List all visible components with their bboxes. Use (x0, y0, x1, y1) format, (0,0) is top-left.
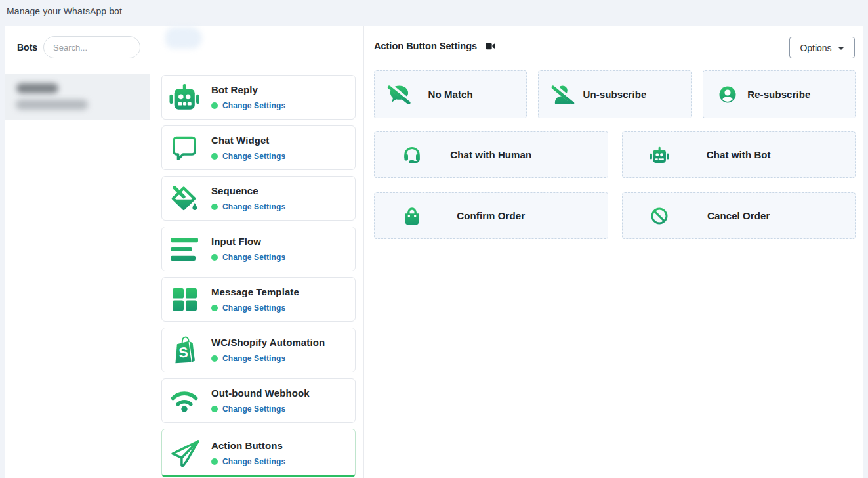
module-card-text: Chat Widget Change Settings (211, 135, 285, 161)
change-settings-link[interactable]: Change Settings (222, 202, 285, 211)
video-camera-icon[interactable] (486, 42, 495, 50)
action-card-confirm-order[interactable]: Confirm Order (374, 192, 608, 239)
action-row: Chat with Human Chat with Bot (374, 131, 856, 178)
align-bars-icon (168, 227, 201, 271)
modules-list: Bot Reply Change Settings Chat Widget Ch… (161, 75, 356, 478)
action-card-label: Chat with Human (375, 132, 608, 177)
status-dot-icon (211, 204, 218, 210)
module-card-text: WC/Shopify Automation Change Settings (211, 337, 325, 363)
chevron-down-icon (838, 47, 844, 50)
options-button[interactable]: Options (789, 37, 855, 58)
module-title: WC/Shopify Automation (211, 337, 325, 348)
module-card-text: Action Buttons Change Settings (211, 440, 285, 466)
redacted-bot-phone (16, 100, 88, 110)
bots-search-input[interactable] (43, 36, 140, 58)
action-card-un-subscribe[interactable]: Un-subscribe (538, 70, 691, 118)
modules-column: Bot Reply Change Settings Chat Widget Ch… (151, 26, 364, 478)
change-settings-link[interactable]: Change Settings (222, 303, 285, 313)
settings-header: Action Button Settings Options (365, 26, 863, 70)
module-card-text: Message Template Change Settings (211, 286, 299, 313)
wifi-icon (168, 379, 201, 422)
status-dot-icon (211, 305, 218, 311)
module-change-settings[interactable]: Change Settings (211, 404, 310, 414)
admin-top-bar: Manage your WhatsApp bot (0, 0, 868, 26)
module-card-sequence[interactable]: Sequence Change Settings (161, 176, 356, 221)
change-settings-link[interactable]: Change Settings (222, 457, 285, 466)
module-card-input-flow[interactable]: Input Flow Change Settings (161, 227, 356, 271)
page-title: Manage your WhatsApp bot (7, 6, 122, 16)
settings-title-row: Action Button Settings (374, 41, 495, 51)
status-dot-icon (211, 355, 218, 362)
module-card-text: Bot Reply Change Settings (211, 84, 285, 110)
action-card-label: Un-subscribe (539, 71, 690, 118)
action-card-no-match[interactable]: No Match (374, 70, 527, 118)
module-title: Bot Reply (211, 84, 285, 95)
module-change-settings[interactable]: Change Settings (211, 152, 285, 161)
action-card-re-subscribe[interactable]: Re-subscribe (703, 70, 856, 118)
robot-icon (168, 76, 201, 119)
module-change-settings[interactable]: Change Settings (211, 101, 285, 110)
module-title: Action Buttons (211, 440, 285, 451)
grid-icon (168, 278, 201, 321)
shopify-bag-icon: S (168, 328, 201, 372)
change-settings-link[interactable]: Change Settings (222, 253, 285, 262)
action-card-label: No Match (375, 71, 526, 118)
change-settings-link[interactable]: Change Settings (222, 354, 285, 363)
paint-fill-icon (168, 177, 201, 220)
module-title: Input Flow (211, 236, 285, 247)
bot-list-item-selected[interactable] (5, 74, 150, 120)
options-button-label: Options (800, 43, 831, 53)
action-card-label: Confirm Order (375, 193, 608, 238)
status-dot-icon (211, 406, 218, 412)
change-settings-link[interactable]: Change Settings (222, 101, 285, 110)
action-card-label: Chat with Bot (623, 132, 856, 177)
status-dot-icon (211, 153, 218, 160)
module-card-bot-reply[interactable]: Bot Reply Change Settings (161, 75, 356, 120)
redacted-bot-name (16, 83, 58, 93)
bots-sidebar: Bots (5, 26, 150, 478)
module-change-settings[interactable]: Change Settings (211, 457, 285, 466)
action-card-label: Re-subscribe (703, 71, 855, 118)
action-buttons-grid: No Match Un-subscribe Re-subscribe Chat … (374, 70, 856, 253)
status-dot-icon (211, 254, 218, 261)
action-card-chat-with-human[interactable]: Chat with Human (374, 131, 608, 178)
status-dot-icon (211, 458, 218, 465)
action-card-label: Cancel Order (623, 193, 856, 238)
module-title: Message Template (211, 286, 299, 297)
module-card-text: Input Flow Change Settings (211, 236, 285, 262)
status-dot-icon (211, 102, 218, 109)
settings-title: Action Button Settings (374, 41, 477, 51)
module-title: Chat Widget (211, 135, 285, 146)
module-change-settings[interactable]: Change Settings (211, 253, 285, 262)
module-title: Out-bound Webhook (211, 387, 310, 399)
module-card-chat-widget[interactable]: Chat Widget Change Settings (161, 125, 356, 170)
action-card-chat-with-bot[interactable]: Chat with Bot (622, 131, 856, 178)
svg-text:S: S (178, 344, 188, 360)
chat-bubble-icon (168, 126, 201, 169)
module-card-text: Sequence Change Settings (211, 185, 285, 211)
module-change-settings[interactable]: Change Settings (211, 202, 285, 211)
main-panel: Bots Bot Reply Change Settings (5, 26, 863, 478)
module-title: Sequence (211, 185, 285, 196)
module-card-message-template[interactable]: Message Template Change Settings (161, 277, 356, 322)
module-card-text: Out-bound Webhook Change Settings (211, 387, 310, 414)
action-card-cancel-order[interactable]: Cancel Order (622, 192, 856, 239)
module-card-out-bound-webhook[interactable]: Out-bound Webhook Change Settings (161, 378, 356, 423)
module-card-wc-shopify-automation[interactable]: S WC/Shopify Automation Change Settings (161, 328, 356, 372)
action-row: Confirm Order Cancel Order (374, 192, 856, 239)
module-change-settings[interactable]: Change Settings (211, 354, 325, 363)
change-settings-link[interactable]: Change Settings (222, 152, 285, 161)
bots-heading: Bots (17, 42, 37, 53)
module-change-settings[interactable]: Change Settings (211, 303, 299, 313)
settings-panel: Action Button Settings Options No Match … (365, 26, 863, 478)
redacted-blob (165, 27, 202, 49)
paper-plane-icon (168, 431, 201, 475)
action-row: No Match Un-subscribe Re-subscribe (374, 70, 856, 118)
change-settings-link[interactable]: Change Settings (222, 404, 285, 414)
module-card-action-buttons[interactable]: Action Buttons Change Settings (161, 429, 356, 477)
bots-header: Bots (5, 26, 150, 74)
